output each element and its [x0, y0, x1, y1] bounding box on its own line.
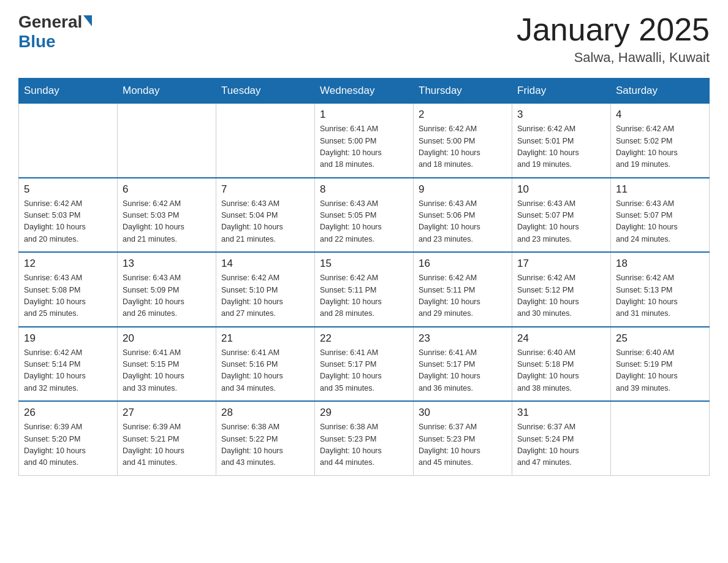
calendar-day-cell: 11Sunrise: 6:43 AMSunset: 5:07 PMDayligh… — [611, 178, 710, 253]
calendar-header-tuesday: Tuesday — [216, 79, 315, 104]
calendar-day-cell: 18Sunrise: 6:42 AMSunset: 5:13 PMDayligh… — [611, 252, 710, 327]
calendar-day-cell: 26Sunrise: 6:39 AMSunset: 5:20 PMDayligh… — [19, 401, 118, 475]
day-number: 11 — [616, 183, 704, 196]
day-info: Sunrise: 6:39 AMSunset: 5:21 PMDaylight:… — [123, 421, 211, 469]
day-number: 3 — [517, 109, 605, 121]
calendar-day-cell: 25Sunrise: 6:40 AMSunset: 5:19 PMDayligh… — [611, 327, 710, 402]
calendar-day-cell: 2Sunrise: 6:42 AMSunset: 5:00 PMDaylight… — [414, 104, 512, 178]
day-number: 18 — [616, 258, 704, 270]
calendar-day-cell: 14Sunrise: 6:42 AMSunset: 5:10 PMDayligh… — [216, 252, 315, 327]
logo-blue-part — [82, 15, 92, 29]
day-number: 13 — [123, 258, 211, 270]
day-number: 1 — [320, 109, 408, 121]
calendar-week-row: 26Sunrise: 6:39 AMSunset: 5:20 PMDayligh… — [19, 401, 710, 475]
day-number: 29 — [320, 407, 408, 419]
day-number: 23 — [419, 332, 507, 345]
calendar-day-cell: 6Sunrise: 6:42 AMSunset: 5:03 PMDaylight… — [118, 178, 216, 253]
day-info: Sunrise: 6:39 AMSunset: 5:20 PMDaylight:… — [24, 421, 112, 469]
calendar-day-cell: 20Sunrise: 6:41 AMSunset: 5:15 PMDayligh… — [118, 327, 216, 402]
day-number: 5 — [24, 183, 112, 196]
calendar-header-wednesday: Wednesday — [315, 79, 414, 104]
calendar-day-cell — [118, 104, 216, 178]
calendar-week-row: 5Sunrise: 6:42 AMSunset: 5:03 PMDaylight… — [19, 178, 710, 253]
calendar-day-cell: 8Sunrise: 6:43 AMSunset: 5:05 PMDaylight… — [315, 178, 414, 253]
day-number: 20 — [123, 332, 211, 345]
calendar-header-thursday: Thursday — [414, 79, 512, 104]
calendar-day-cell: 4Sunrise: 6:42 AMSunset: 5:02 PMDaylight… — [611, 104, 710, 178]
day-info: Sunrise: 6:42 AMSunset: 5:11 PMDaylight:… — [320, 272, 408, 320]
calendar-week-row: 1Sunrise: 6:41 AMSunset: 5:00 PMDaylight… — [19, 104, 710, 178]
calendar-day-cell — [19, 104, 118, 178]
day-info: Sunrise: 6:38 AMSunset: 5:23 PMDaylight:… — [320, 421, 408, 469]
day-number: 30 — [419, 407, 507, 419]
day-info: Sunrise: 6:41 AMSunset: 5:17 PMDaylight:… — [419, 347, 507, 395]
day-info: Sunrise: 6:42 AMSunset: 5:11 PMDaylight:… — [419, 272, 507, 320]
calendar-day-cell: 23Sunrise: 6:41 AMSunset: 5:17 PMDayligh… — [414, 327, 512, 402]
logo: General Blue — [18, 12, 92, 52]
day-info: Sunrise: 6:42 AMSunset: 5:14 PMDaylight:… — [24, 347, 112, 395]
day-number: 6 — [123, 183, 211, 196]
day-info: Sunrise: 6:42 AMSunset: 5:03 PMDaylight:… — [24, 198, 112, 246]
day-number: 10 — [517, 183, 605, 196]
calendar-day-cell: 5Sunrise: 6:42 AMSunset: 5:03 PMDaylight… — [19, 178, 118, 253]
page-header: General Blue January 2025 Salwa, Hawalli… — [18, 12, 710, 66]
day-info: Sunrise: 6:43 AMSunset: 5:06 PMDaylight:… — [419, 198, 507, 246]
calendar-day-cell: 1Sunrise: 6:41 AMSunset: 5:00 PMDaylight… — [315, 104, 414, 178]
day-number: 2 — [419, 109, 507, 121]
calendar-day-cell: 16Sunrise: 6:42 AMSunset: 5:11 PMDayligh… — [414, 252, 512, 327]
calendar-day-cell: 24Sunrise: 6:40 AMSunset: 5:18 PMDayligh… — [512, 327, 611, 402]
day-number: 7 — [221, 183, 309, 196]
calendar-day-cell: 7Sunrise: 6:43 AMSunset: 5:04 PMDaylight… — [216, 178, 315, 253]
calendar-day-cell: 12Sunrise: 6:43 AMSunset: 5:08 PMDayligh… — [19, 252, 118, 327]
day-info: Sunrise: 6:42 AMSunset: 5:13 PMDaylight:… — [616, 272, 704, 320]
day-number: 27 — [123, 407, 211, 419]
day-number: 22 — [320, 332, 408, 345]
day-info: Sunrise: 6:43 AMSunset: 5:09 PMDaylight:… — [123, 272, 211, 320]
day-info: Sunrise: 6:37 AMSunset: 5:24 PMDaylight:… — [517, 421, 605, 469]
day-info: Sunrise: 6:43 AMSunset: 5:07 PMDaylight:… — [517, 198, 605, 246]
calendar-day-cell: 3Sunrise: 6:42 AMSunset: 5:01 PMDaylight… — [512, 104, 611, 178]
calendar-day-cell: 13Sunrise: 6:43 AMSunset: 5:09 PMDayligh… — [118, 252, 216, 327]
calendar-day-cell: 21Sunrise: 6:41 AMSunset: 5:16 PMDayligh… — [216, 327, 315, 402]
day-info: Sunrise: 6:41 AMSunset: 5:17 PMDaylight:… — [320, 347, 408, 395]
day-number: 4 — [616, 109, 704, 121]
day-info: Sunrise: 6:42 AMSunset: 5:01 PMDaylight:… — [517, 123, 605, 171]
calendar-header-monday: Monday — [118, 79, 216, 104]
day-number: 21 — [221, 332, 309, 345]
day-info: Sunrise: 6:41 AMSunset: 5:16 PMDaylight:… — [221, 347, 309, 395]
day-info: Sunrise: 6:43 AMSunset: 5:08 PMDaylight:… — [24, 272, 112, 320]
day-number: 9 — [419, 183, 507, 196]
day-number: 15 — [320, 258, 408, 270]
day-info: Sunrise: 6:41 AMSunset: 5:15 PMDaylight:… — [123, 347, 211, 395]
day-info: Sunrise: 6:42 AMSunset: 5:03 PMDaylight:… — [123, 198, 211, 246]
day-info: Sunrise: 6:43 AMSunset: 5:07 PMDaylight:… — [616, 198, 704, 246]
day-info: Sunrise: 6:42 AMSunset: 5:00 PMDaylight:… — [419, 123, 507, 171]
month-title: January 2025 — [517, 12, 710, 47]
day-number: 19 — [24, 332, 112, 345]
day-info: Sunrise: 6:42 AMSunset: 5:10 PMDaylight:… — [221, 272, 309, 320]
day-number: 12 — [24, 258, 112, 270]
logo-blue-text: Blue — [18, 32, 56, 52]
location-subtitle: Salwa, Hawalli, Kuwait — [517, 50, 710, 66]
calendar-week-row: 19Sunrise: 6:42 AMSunset: 5:14 PMDayligh… — [19, 327, 710, 402]
calendar-table: SundayMondayTuesdayWednesdayThursdayFrid… — [18, 78, 710, 476]
day-number: 16 — [419, 258, 507, 270]
calendar-day-cell: 9Sunrise: 6:43 AMSunset: 5:06 PMDaylight… — [414, 178, 512, 253]
calendar-day-cell: 15Sunrise: 6:42 AMSunset: 5:11 PMDayligh… — [315, 252, 414, 327]
calendar-day-cell: 29Sunrise: 6:38 AMSunset: 5:23 PMDayligh… — [315, 401, 414, 475]
day-info: Sunrise: 6:43 AMSunset: 5:05 PMDaylight:… — [320, 198, 408, 246]
calendar-week-row: 12Sunrise: 6:43 AMSunset: 5:08 PMDayligh… — [19, 252, 710, 327]
day-number: 14 — [221, 258, 309, 270]
calendar-day-cell — [611, 401, 710, 475]
day-number: 8 — [320, 183, 408, 196]
calendar-day-cell: 30Sunrise: 6:37 AMSunset: 5:23 PMDayligh… — [414, 401, 512, 475]
calendar-header-row: SundayMondayTuesdayWednesdayThursdayFrid… — [19, 79, 710, 104]
title-block: January 2025 Salwa, Hawalli, Kuwait — [517, 12, 710, 66]
calendar-header-friday: Friday — [512, 79, 611, 104]
calendar-day-cell: 31Sunrise: 6:37 AMSunset: 5:24 PMDayligh… — [512, 401, 611, 475]
day-number: 24 — [517, 332, 605, 345]
logo-general-text: General — [18, 12, 82, 32]
calendar-day-cell: 27Sunrise: 6:39 AMSunset: 5:21 PMDayligh… — [118, 401, 216, 475]
day-info: Sunrise: 6:40 AMSunset: 5:18 PMDaylight:… — [517, 347, 605, 395]
day-info: Sunrise: 6:37 AMSunset: 5:23 PMDaylight:… — [419, 421, 507, 469]
